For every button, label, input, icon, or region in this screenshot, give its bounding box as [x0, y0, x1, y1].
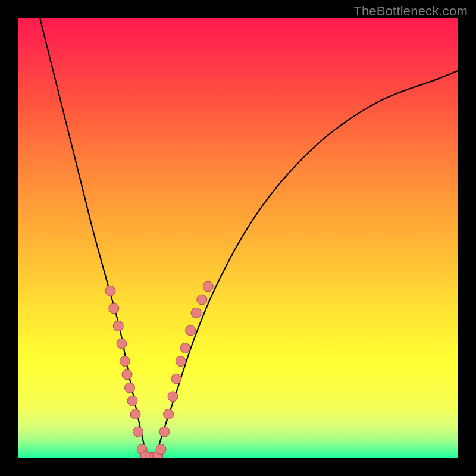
scatter-dot: [113, 321, 123, 331]
scatter-dot: [164, 409, 174, 419]
scatter-dot: [120, 356, 130, 367]
scatter-dot: [109, 303, 119, 314]
scatter-dot: [186, 325, 196, 336]
scatter-dot: [122, 369, 132, 380]
scatter-dot: [130, 409, 140, 419]
scatter-dot: [133, 427, 143, 437]
scatter-dot: [117, 339, 127, 349]
scatter-dot: [171, 374, 181, 384]
scatter-dot: [203, 281, 213, 292]
chart-svg: [18, 18, 458, 458]
scatter-dot: [176, 356, 186, 367]
gradient-background: [18, 18, 458, 458]
scatter-dot: [127, 396, 137, 406]
scatter-dot: [168, 392, 178, 402]
scatter-dot: [156, 444, 166, 455]
scatter-dot: [197, 295, 207, 305]
watermark-text: TheBottleneck.com: [353, 4, 468, 19]
scatter-dot: [191, 308, 201, 318]
scatter-dot: [180, 343, 190, 353]
scatter-dot: [159, 427, 170, 437]
scatter-dot: [105, 286, 115, 296]
plot-area: [18, 18, 458, 458]
outer-frame: TheBottleneck.com: [0, 0, 476, 476]
scatter-dot: [124, 383, 134, 393]
